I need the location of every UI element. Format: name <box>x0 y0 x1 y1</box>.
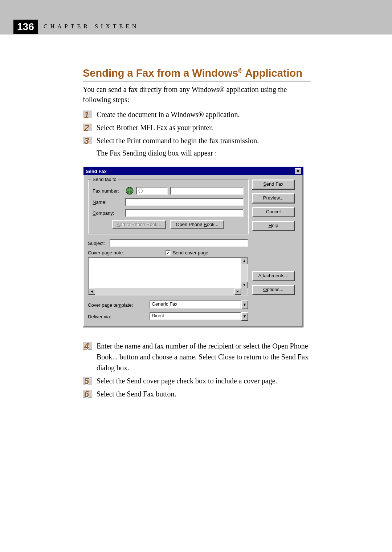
step-5-text: Select the Send cover page check box to … <box>97 377 277 385</box>
step-badge-4 <box>83 342 92 350</box>
step-1-text: Create the document in a Windows® applic… <box>97 110 240 118</box>
chevron-down-icon[interactable]: ▼ <box>241 301 248 309</box>
globe-icon[interactable] <box>125 186 134 195</box>
send-cover-page-label: Send cover page <box>173 250 208 255</box>
step-1: Create the document in a Windows® applic… <box>83 109 311 120</box>
open-phone-book-button[interactable]: Open Phone Book... <box>170 220 224 229</box>
cover-page-template-select[interactable]: Generic Fax <box>150 301 241 309</box>
send-fax-button[interactable]: Send Fax <box>252 180 295 190</box>
section-title-post: Application <box>242 67 302 79</box>
cancel-button[interactable]: Cancel <box>252 207 295 217</box>
step-2-text: Select Brother MFL Fax as your printer. <box>97 124 213 132</box>
fax-number-input-2[interactable] <box>170 187 244 195</box>
name-label: Name: <box>93 200 125 205</box>
options-button[interactable]: Options... <box>252 285 295 295</box>
send-fax-dialog: Send Fax ✕ Send fax to Fax number: ( ) <box>83 166 303 327</box>
step-badge-5 <box>83 376 92 384</box>
section-intro: You can send a fax directly from any Win… <box>83 84 311 105</box>
help-button[interactable]: Help <box>252 221 295 231</box>
add-to-phone-book-button: Add to Phone Book... <box>112 220 166 229</box>
step-badge-1 <box>83 110 92 118</box>
close-icon[interactable]: ✕ <box>295 168 301 174</box>
section-title-pre: Sending a Fax from a Windows <box>83 67 238 79</box>
cover-page-note-label: Cover page note: <box>88 250 124 255</box>
attachments-button[interactable]: Attachments... <box>252 271 295 281</box>
step-badge-3 <box>83 136 92 144</box>
deliver-via-label: Deliver via: <box>88 314 150 319</box>
send-fax-to-group: Send fax to Fax number: ( ) Name: <box>88 180 248 234</box>
step-4-text: Enter the name and fax number of the rec… <box>97 342 309 372</box>
scroll-down-icon[interactable]: ▼ <box>241 282 248 288</box>
dialog-title: Send Fax <box>86 169 107 174</box>
chapter-label: CHAPTER SIXTEEN <box>44 23 139 30</box>
chevron-down-icon-2[interactable]: ▼ <box>241 312 248 321</box>
deliver-via-select[interactable]: Direct <box>150 312 241 320</box>
company-input[interactable] <box>125 209 244 217</box>
fax-number-input[interactable]: ( ) <box>136 187 168 195</box>
dialog-titlebar[interactable]: Send Fax ✕ <box>83 167 303 175</box>
scroll-right-icon[interactable]: ► <box>234 288 241 295</box>
preview-button[interactable]: Preview... <box>252 193 295 204</box>
step-3-text: Select the Print command to begin the fa… <box>97 137 259 145</box>
cover-page-note-textarea[interactable]: ▲ ▼ ◄ ► <box>88 257 248 295</box>
subject-input[interactable] <box>110 239 248 247</box>
section-title-sup: ® <box>238 68 242 74</box>
group-legend: Send fax to <box>91 177 118 182</box>
step-badge-2 <box>83 123 92 131</box>
name-input[interactable] <box>125 198 244 206</box>
cover-page-template-label: Cover page template: <box>88 302 150 308</box>
scroll-corner <box>241 288 248 295</box>
page-header: 136 CHAPTER SIXTEEN <box>0 0 392 35</box>
step-badge-6 <box>83 390 92 398</box>
step-4: Enter the name and fax number of the rec… <box>83 341 311 373</box>
page-number: 136 <box>13 20 38 34</box>
step-6-text: Select the Send Fax button. <box>97 390 176 398</box>
step-2: Select Brother MFL Fax as your printer. <box>83 122 311 133</box>
send-cover-page-checkbox[interactable]: ✓ <box>166 250 171 255</box>
section-title: Sending a Fax from a Windows® Applicatio… <box>83 67 311 81</box>
step-6: Select the Send Fax button. <box>83 388 311 399</box>
step-3-sub: The Fax Sending dialog box will appear : <box>97 148 311 158</box>
scroll-left-icon[interactable]: ◄ <box>89 288 95 295</box>
step-3: Select the Print command to begin the fa… <box>83 135 311 158</box>
fax-number-label: Fax number: <box>93 188 125 194</box>
scroll-up-icon[interactable]: ▲ <box>241 258 248 264</box>
step-5: Select the Send cover page check box to … <box>83 375 311 386</box>
subject-label: Subject: <box>88 241 110 246</box>
company-label: Company: <box>93 210 125 216</box>
scrollbar-horizontal[interactable] <box>89 288 241 295</box>
